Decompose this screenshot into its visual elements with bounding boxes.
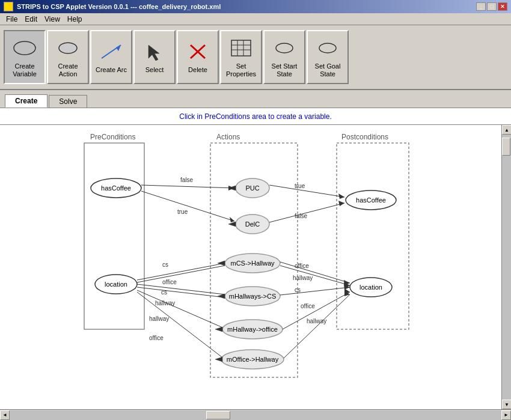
svg-line-46 bbox=[269, 185, 344, 197]
svg-line-62 bbox=[137, 284, 225, 294]
svg-marker-47 bbox=[338, 193, 344, 199]
svg-text:mOffice->Hallway: mOffice->Hallway bbox=[227, 356, 279, 363]
delete-button[interactable]: Delete bbox=[177, 30, 219, 84]
title-bar-buttons[interactable]: _ □ ✕ bbox=[476, 2, 507, 11]
svg-text:PreConditions: PreConditions bbox=[90, 133, 135, 141]
create-variable-icon bbox=[13, 36, 37, 60]
svg-text:DelC: DelC bbox=[245, 221, 260, 228]
set-goal-state-button[interactable]: Set Goal State bbox=[307, 30, 349, 84]
svg-point-0 bbox=[14, 41, 35, 55]
svg-point-13 bbox=[319, 43, 336, 53]
svg-rect-14 bbox=[84, 143, 144, 329]
message-text: Click in PreConditions area to create a … bbox=[179, 112, 331, 121]
svg-line-70 bbox=[280, 262, 350, 283]
set-goal-state-label: Set Goal State bbox=[310, 62, 345, 78]
tab-create[interactable]: Create bbox=[5, 94, 47, 108]
svg-line-60 bbox=[137, 266, 225, 282]
create-action-icon bbox=[56, 36, 80, 60]
create-variable-button[interactable]: Create Variable bbox=[4, 30, 46, 84]
vertical-scrollbar[interactable]: ▲ ▼ bbox=[501, 125, 511, 409]
minimize-button[interactable]: _ bbox=[476, 2, 486, 11]
svg-text:office: office bbox=[149, 335, 164, 341]
select-icon bbox=[142, 40, 167, 64]
scroll-track-horizontal[interactable] bbox=[10, 410, 501, 420]
svg-text:cs: cs bbox=[162, 261, 168, 268]
svg-point-12 bbox=[276, 43, 293, 53]
set-goal-state-icon bbox=[316, 36, 340, 60]
graph-canvas[interactable]: PreConditions Actions Postconditions has… bbox=[0, 125, 511, 409]
set-properties-label: Set Properties bbox=[224, 62, 259, 78]
svg-line-82 bbox=[284, 294, 350, 358]
svg-text:false: false bbox=[180, 177, 194, 183]
set-start-state-icon bbox=[272, 36, 296, 60]
horizontal-scrollbar[interactable]: ◄ ► bbox=[0, 409, 511, 420]
scroll-up-button[interactable]: ▲ bbox=[502, 125, 511, 135]
scroll-track-vertical[interactable] bbox=[502, 135, 511, 400]
tab-solve[interactable]: Solve bbox=[49, 95, 87, 108]
scroll-thumb-vertical[interactable] bbox=[502, 138, 510, 156]
svg-marker-44 bbox=[230, 217, 234, 222]
create-variable-label: Create Variable bbox=[7, 62, 42, 78]
menu-help[interactable]: Help bbox=[64, 14, 86, 25]
menu-bar: File Edit View Help bbox=[0, 13, 511, 25]
maximize-button[interactable]: □ bbox=[487, 2, 497, 11]
svg-text:office: office bbox=[301, 303, 315, 309]
svg-text:hallway: hallway bbox=[307, 318, 326, 324]
create-arc-icon bbox=[99, 40, 123, 64]
select-button[interactable]: Select bbox=[133, 30, 176, 84]
svg-line-40 bbox=[141, 185, 234, 188]
menu-edit[interactable]: Edit bbox=[21, 14, 41, 25]
svg-text:mHallway->office: mHallway->office bbox=[227, 326, 278, 333]
svg-marker-57 bbox=[215, 357, 222, 362]
window-title: STRIPS to CSP Applet Version 0.0.1 --- c… bbox=[17, 3, 221, 10]
menu-view[interactable]: View bbox=[41, 14, 64, 25]
diagram-svg: PreConditions Actions Postconditions has… bbox=[0, 125, 493, 401]
close-button[interactable]: ✕ bbox=[498, 2, 507, 11]
svg-marker-4 bbox=[148, 45, 159, 61]
svg-text:false: false bbox=[295, 213, 308, 219]
svg-text:hasCoffee: hasCoffee bbox=[356, 196, 386, 204]
title-bar-left: STRIPS to CSP Applet Version 0.0.1 --- c… bbox=[4, 2, 221, 11]
svg-text:Postconditions: Postconditions bbox=[341, 133, 388, 141]
set-start-state-button[interactable]: Set Start State bbox=[263, 30, 305, 84]
svg-line-43 bbox=[141, 191, 234, 221]
set-properties-button[interactable]: Set Properties bbox=[220, 30, 262, 84]
set-start-state-label: Set Start State bbox=[267, 62, 302, 78]
scroll-thumb-horizontal[interactable] bbox=[206, 411, 230, 419]
tabs-bar: Create Solve bbox=[0, 90, 511, 108]
create-action-label: Create Action bbox=[50, 62, 85, 78]
svg-text:office: office bbox=[162, 279, 177, 285]
svg-rect-7 bbox=[231, 40, 251, 56]
svg-line-68 bbox=[137, 292, 222, 358]
svg-marker-53 bbox=[228, 222, 236, 227]
scroll-left-button[interactable]: ◄ bbox=[0, 410, 10, 420]
svg-text:mCS->Hallway: mCS->Hallway bbox=[230, 260, 275, 267]
svg-marker-56 bbox=[215, 327, 222, 332]
toolbar: Create Variable Create Action Create Arc… bbox=[0, 25, 511, 90]
menu-file[interactable]: File bbox=[2, 14, 21, 25]
svg-point-1 bbox=[59, 43, 77, 53]
svg-line-73 bbox=[280, 266, 350, 285]
svg-text:hallway: hallway bbox=[149, 315, 169, 322]
select-label: Select bbox=[145, 66, 164, 74]
svg-text:Actions: Actions bbox=[216, 133, 240, 141]
set-properties-icon bbox=[229, 36, 253, 60]
svg-text:location: location bbox=[360, 284, 382, 291]
svg-rect-18 bbox=[337, 143, 409, 329]
svg-line-58 bbox=[137, 263, 225, 280]
scroll-right-button[interactable]: ► bbox=[501, 410, 511, 420]
svg-text:true: true bbox=[295, 183, 305, 189]
svg-text:office: office bbox=[295, 263, 309, 269]
delete-icon bbox=[186, 40, 210, 64]
create-arc-button[interactable]: Create Arc bbox=[90, 30, 132, 84]
app-icon bbox=[4, 2, 13, 11]
svg-text:PUC: PUC bbox=[245, 184, 259, 192]
svg-marker-3 bbox=[116, 45, 121, 51]
svg-text:location: location bbox=[105, 281, 127, 288]
scroll-down-button[interactable]: ▼ bbox=[502, 400, 511, 409]
title-bar: STRIPS to CSP Applet Version 0.0.1 --- c… bbox=[0, 0, 511, 13]
svg-text:mHallways->CS: mHallways->CS bbox=[229, 293, 277, 300]
svg-text:hallway: hallway bbox=[293, 275, 313, 281]
svg-text:cs: cs bbox=[295, 287, 301, 293]
create-action-button[interactable]: Create Action bbox=[47, 30, 89, 84]
